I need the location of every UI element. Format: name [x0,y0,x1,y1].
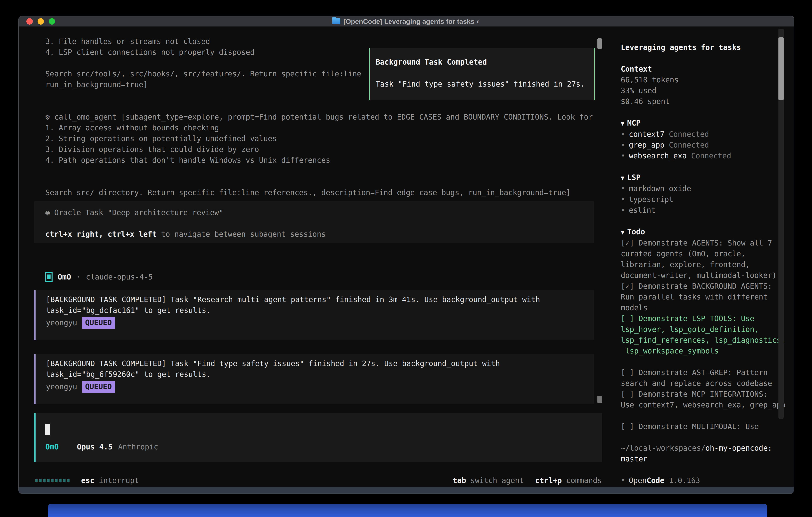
folder-icon [332,19,340,24]
input-model-name: Opus 4.5 [77,442,113,453]
task-line-1: [BACKGROUND TASK COMPLETED] Task "Resear… [46,294,594,305]
agent-name: OmO [58,273,71,281]
sidebar: Leveraging agents for tasks Context 66,5… [612,27,794,493]
todo-item: [✓] Demonstrate AGENTS: Show all 7 curat… [621,238,793,281]
bullet-icon: • [621,206,625,215]
git-branch: master [621,454,794,464]
bullet-icon: • [621,152,625,160]
bullet-icon: • [621,476,625,485]
todo-item: [✓] Demonstrate BACKGROUND AGENTS: Run p… [621,281,793,313]
context-section: Context 66,518 tokens 33% used $0.46 spe… [621,64,794,107]
todo-item: [ ] Demonstrate MULTIMODAL: Use [621,421,793,432]
progress-dots [35,479,69,482]
toast-body: Task "Find type safety issues" finished … [376,79,594,89]
progress-dot [55,479,58,482]
status-badge: QUEUED [82,381,115,393]
progress-dot [44,479,46,482]
sidebar-scrollbar-thumb[interactable] [778,37,784,100]
todo-item: [ ] Demonstrate MCP INTEGRATIONS: Use co… [621,389,793,410]
task-line-1: [BACKGROUND TASK COMPLETED] Task "Find t… [46,358,594,369]
desktop-background: [OpenCode] Leveraging agents for tasks ◐… [0,0,812,517]
progress-dot [35,479,37,482]
lsp-item: •eslint [621,205,794,216]
context-heading: Context [621,64,794,75]
context-spent: $0.46 spent [621,96,794,107]
scrollbar-thumb[interactable] [598,396,602,403]
app-window: [OpenCode] Leveraging agents for tasks ◐… [19,16,794,494]
input-agent-name: OmO [46,442,77,453]
progress-dot [39,479,41,482]
window-bottom-edge [19,487,794,493]
todo-item: [ ] Demonstrate AST-GREP: Pattern search… [621,367,793,389]
ctrlp-key-label: commands [566,476,602,485]
workspace-info: ~/local-workspaces/oh-my-opencode: maste… [621,443,794,464]
mcp-item: •context7 Connected [621,129,794,140]
workspace-path: ~/local-workspaces/oh-my-opencode: [621,443,794,454]
input-provider-name: Anthropic [118,442,158,453]
ctrlp-key-hint: ctrl+p [535,476,562,485]
progress-dot [47,479,50,482]
task-completed-block: [BACKGROUND TASK COMPLETED] Task "Find t… [34,354,594,404]
mcp-item: •websearch_exa Connected [621,151,794,161]
tab-key-hint: tab [453,476,466,485]
window-content: 3. File handles or streams not closed 4.… [19,27,794,493]
task-completed-block: [BACKGROUND TASK COMPLETED] Task "Resear… [34,290,594,340]
window-title: [OpenCode] Leveraging agents for tasks ◐ [344,18,481,25]
prompt-input[interactable]: OmO Opus 4.5 Anthropic [34,413,602,462]
task-author: yeongyu [46,381,77,392]
task-author: yeongyu [46,318,77,328]
status-bar-right: tab switch agent ctrl+p commands [453,476,602,485]
todo-item: [ ] Demonstrate LSP TOOLS: Use lsp_hover… [621,313,793,356]
oracle-task-panel: ◉ Oracle Task "Deep architecture review"… [34,201,594,243]
status-bar: esc interrupt tab switch agent ctrl+p co… [35,475,602,486]
oracle-navigation-hint: ctrl+x right, ctrl+x left to navigate be… [46,229,594,240]
context-used: 33% used [621,85,794,96]
agent-model: claude-opus-4-5 [86,273,153,281]
progress-dot [67,479,69,482]
bullet-icon: • [621,141,625,149]
session-title: Leveraging agents for tasks [621,42,794,53]
bullet-icon: • [621,195,625,204]
progress-dot [51,479,54,482]
task-line-2: task_id="bg_6f59260c" to get results. [46,369,594,380]
text-cursor [46,424,50,435]
esc-key-hint: esc [81,476,94,485]
progress-dot [59,479,61,482]
background-task-toast[interactable]: Background Task Completed Task "Find typ… [369,48,595,100]
mcp-heading[interactable]: ▼MCP [621,118,794,129]
dock-strip [48,504,767,517]
context-tokens: 66,518 tokens [621,75,794,85]
lsp-section: ▼LSP •markdown-oxide •typescript •eslint [621,172,794,216]
status-badge: QUEUED [82,317,115,329]
collapse-triangle-icon: ▼ [621,229,625,236]
bullet-icon: • [621,184,625,193]
record-icon: ◉ [46,208,50,217]
lsp-heading[interactable]: ▼LSP [621,172,794,183]
bullet-icon: • [621,130,625,139]
collapse-triangle-icon: ▼ [621,120,625,127]
task-line-2: task_id="bg_dcfac161" to get results. [46,305,594,316]
agent-icon [46,272,53,282]
window-titlebar[interactable]: [OpenCode] Leveraging agents for tasks ◐ [19,16,794,27]
scrollbar-thumb[interactable] [598,38,602,49]
lsp-item: •markdown-oxide [621,183,794,194]
collapse-triangle-icon: ▼ [621,174,625,181]
input-meta: OmO Opus 4.5 Anthropic [46,442,602,453]
todo-heading[interactable]: ▼Todo [621,226,794,238]
terminal-main: 3. File handles or streams not closed 4.… [19,27,612,493]
tab-key-label: switch agent [470,476,524,485]
mcp-section: ▼MCP •context7 Connected •grep_app Conne… [621,118,794,161]
separator-dot: · [76,273,81,281]
mcp-item: •grep_app Connected [621,140,794,151]
toast-title: Background Task Completed [376,57,594,67]
esc-key-label: interrupt [99,476,139,485]
agent-header: OmO · claude-opus-4-5 [46,271,153,283]
app-version: •OpenCode1.0.163 [621,475,794,486]
lsp-item: •typescript [621,194,794,205]
oracle-task-title: ◉ Oracle Task "Deep architecture review" [46,207,594,218]
window-title-wrap: [OpenCode] Leveraging agents for tasks ◐ [19,16,794,27]
todo-section: ▼Todo [✓] Demonstrate AGENTS: Show all 7… [621,226,794,432]
progress-dot [63,479,65,482]
